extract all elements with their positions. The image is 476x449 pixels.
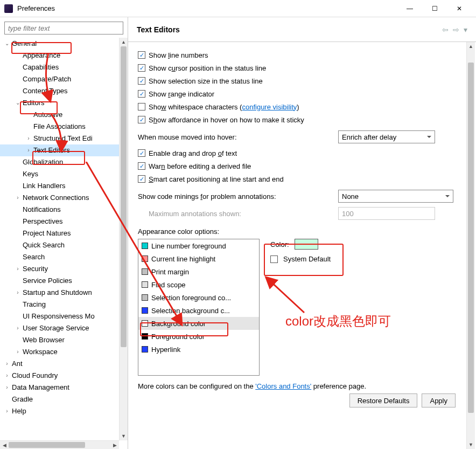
configure-visibility-link[interactable]: configure visibility (242, 103, 297, 111)
nav-menu-icon[interactable]: ▾ (464, 25, 467, 34)
tree-item[interactable]: Quick Search (0, 239, 128, 251)
scroll-thumb[interactable] (468, 63, 474, 413)
scroll-up-icon[interactable]: ▲ (120, 38, 128, 46)
color-option[interactable]: Current line highlight (138, 252, 259, 265)
tree-item-label: Structured Text Edi (32, 133, 93, 144)
tree-item[interactable]: ›User Storage Service (0, 322, 128, 334)
maximize-button[interactable]: ☐ (422, 0, 447, 17)
code-minings-select[interactable]: None (338, 190, 453, 203)
tree-item[interactable]: ›Help (0, 405, 128, 417)
chevron-right-icon[interactable]: › (14, 263, 22, 275)
show-cursor-position-checkbox[interactable] (138, 64, 145, 72)
tree-vscrollbar[interactable]: ▲ ▼ (119, 38, 128, 440)
show-range-indicator-checkbox[interactable] (138, 90, 145, 98)
smart-caret-checkbox[interactable] (138, 175, 145, 183)
warn-derived-checkbox[interactable] (138, 162, 145, 170)
tree-item[interactable]: ›Startup and Shutdown (0, 287, 128, 299)
color-option[interactable]: Print margin (138, 265, 259, 278)
tree-item[interactable]: ›Cloud Foundry (0, 370, 128, 382)
chevron-right-icon[interactable]: › (25, 144, 32, 156)
tree-item[interactable]: Appearance (0, 50, 128, 61)
tree-item[interactable]: Tracing (0, 299, 128, 310)
system-default-checkbox[interactable] (270, 255, 278, 263)
color-well[interactable] (295, 239, 318, 250)
chevron-right-icon[interactable]: › (14, 346, 22, 358)
tree-item[interactable]: Gradle (0, 393, 128, 405)
color-option-label: Find scope (151, 281, 186, 289)
color-option[interactable]: Foreground color (138, 330, 259, 343)
show-line-numbers-checkbox[interactable] (138, 51, 145, 59)
color-option[interactable]: Background color (138, 317, 259, 330)
color-option[interactable]: Hyperlink (138, 343, 259, 356)
tree-item[interactable]: Compare/Patch (0, 73, 128, 85)
chevron-right-icon[interactable]: › (14, 287, 22, 299)
tree-item[interactable]: Globalization (0, 156, 128, 168)
tree-item[interactable]: Search (0, 251, 128, 263)
tree-item-label: Startup and Shutdown (22, 287, 92, 299)
nav-forward-icon[interactable]: ⇨ (453, 25, 459, 34)
tree-item-label: Service Policies (22, 275, 72, 287)
scroll-thumb[interactable] (121, 46, 127, 347)
tree-item[interactable]: Perspectives (0, 216, 128, 227)
tree-item[interactable]: UI Responsiveness Mo (0, 310, 128, 322)
show-whitespace-checkbox[interactable] (138, 103, 145, 110)
hover-select[interactable]: Enrich after delay (338, 130, 435, 143)
tree-item[interactable]: ›Security (0, 263, 128, 275)
chevron-right-icon[interactable]: › (14, 192, 22, 204)
scroll-up-icon[interactable]: ▲ (467, 42, 475, 51)
tree-item[interactable]: Service Policies (0, 275, 128, 287)
tree-item[interactable]: Web Browser (0, 334, 128, 346)
appearance-color-list[interactable]: Line number foregroundCurrent line highl… (138, 239, 260, 376)
scroll-right-icon[interactable]: ▶ (110, 441, 119, 449)
tree-item[interactable]: ›Structured Text Edi (0, 133, 128, 144)
close-button[interactable]: ✕ (447, 0, 472, 17)
nav-back-icon[interactable]: ⇦ (442, 25, 449, 34)
colors-and-fonts-link[interactable]: 'Colors and Fonts' (255, 382, 311, 390)
tree-item[interactable]: ⌄General (0, 38, 128, 50)
apply-button[interactable]: Apply (422, 393, 456, 407)
minimize-button[interactable]: — (397, 0, 422, 17)
color-swatch (142, 320, 148, 327)
tree-item[interactable]: Keys (0, 168, 128, 180)
scroll-left-icon[interactable]: ◀ (0, 441, 9, 449)
content-vscrollbar[interactable]: ▲ ▼ (466, 42, 475, 449)
tree-item[interactable]: ›Text Editors (0, 144, 128, 156)
tree-item[interactable]: Capabilities (0, 61, 128, 73)
chevron-right-icon[interactable]: › (3, 382, 11, 393)
tree-item-label: File Associations (32, 121, 86, 133)
tree-item[interactable]: Link Handlers (0, 180, 128, 192)
show-affordance-checkbox[interactable] (138, 116, 145, 123)
tree-item-label: Text Editors (32, 144, 70, 156)
tree-item[interactable]: Notifications (0, 204, 128, 216)
tree-hscrollbar[interactable]: ◀ ▶ (0, 440, 119, 449)
tree-item[interactable]: ›Network Connections (0, 192, 128, 204)
tree-item[interactable]: Content Types (0, 85, 128, 97)
tree-item[interactable]: File Associations (0, 121, 128, 133)
tree-item[interactable]: ›Data Management (0, 382, 128, 393)
color-option-label: Selection foreground co... (151, 294, 231, 302)
chevron-right-icon[interactable]: › (3, 370, 11, 382)
preferences-tree[interactable]: ⌄GeneralAppearanceCapabilitiesCompare/Pa… (0, 38, 128, 420)
scroll-down-icon[interactable]: ▼ (120, 432, 128, 440)
color-option[interactable]: Selection foreground co... (138, 291, 259, 304)
tree-item[interactable]: ›Workspace (0, 346, 128, 358)
chevron-right-icon[interactable]: › (3, 358, 11, 370)
tree-item[interactable]: Autosave (0, 109, 128, 121)
color-option[interactable]: Selection background c... (138, 304, 259, 317)
restore-defaults-button[interactable]: Restore Defaults (349, 393, 418, 407)
color-option[interactable]: Find scope (138, 278, 259, 291)
chevron-right-icon[interactable]: › (25, 133, 32, 144)
filter-input[interactable] (4, 22, 123, 34)
color-option[interactable]: Line number foreground (138, 239, 259, 252)
chevron-down-icon[interactable]: ⌄ (14, 97, 22, 109)
tree-item[interactable]: ⌄Editors (0, 97, 128, 109)
scroll-thumb-h[interactable] (9, 442, 85, 448)
scroll-down-icon[interactable]: ▼ (467, 440, 475, 449)
show-selection-size-checkbox[interactable] (138, 77, 145, 85)
chevron-right-icon[interactable]: › (14, 322, 22, 334)
tree-item[interactable]: ›Ant (0, 358, 128, 370)
tree-item[interactable]: Project Natures (0, 227, 128, 239)
chevron-down-icon[interactable]: ⌄ (3, 38, 11, 50)
enable-dnd-checkbox[interactable] (138, 149, 145, 157)
chevron-right-icon[interactable]: › (3, 405, 11, 417)
